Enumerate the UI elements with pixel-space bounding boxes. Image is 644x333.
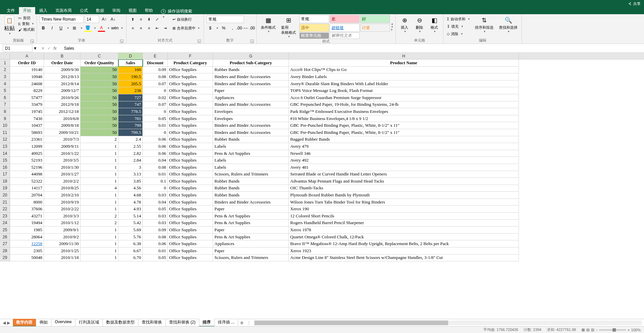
- cell[interactable]: 2010/3/3: [44, 213, 80, 220]
- fill-button[interactable]: ↧填充▼: [447, 23, 470, 30]
- cell[interactable]: Office Supplies: [168, 171, 213, 178]
- cell[interactable]: 4.93: [118, 206, 143, 213]
- cell[interactable]: 1: [80, 157, 118, 164]
- cell[interactable]: Paper: [213, 87, 289, 94]
- cell[interactable]: 1: [80, 178, 118, 185]
- style-normal[interactable]: 常规: [299, 15, 329, 23]
- cell[interactable]: 52196: [10, 164, 44, 171]
- cell[interactable]: 50: [80, 108, 118, 115]
- styles-more-icon[interactable]: ⊽: [391, 28, 393, 31]
- style-check[interactable]: 检查单元格: [299, 32, 329, 39]
- row-header-9[interactable]: 9: [0, 115, 10, 122]
- cell[interactable]: 0.05: [143, 206, 168, 213]
- cut-button[interactable]: ✂剪切: [18, 16, 34, 21]
- row-header-22[interactable]: 22: [0, 206, 10, 213]
- cell[interactable]: GBC Pre-Punched Binding Paper, Plastic, …: [289, 122, 519, 129]
- normal-view-icon[interactable]: ▦: [581, 328, 585, 332]
- decrease-indent-button[interactable]: ⇤: [154, 24, 161, 32]
- cell[interactable]: 2.4: [118, 136, 143, 143]
- cell[interactable]: 2012/12/18: [44, 108, 80, 115]
- cell[interactable]: 50: [80, 115, 118, 122]
- cell[interactable]: 2009/10/21: [44, 129, 80, 136]
- cell[interactable]: Office Supplies: [168, 150, 213, 157]
- header-cell[interactable]: Product Name: [289, 60, 519, 67]
- cell[interactable]: 0.1: [143, 178, 168, 185]
- zoom-level[interactable]: 100%: [631, 328, 641, 332]
- sheet-tab-2[interactable]: Overview: [51, 319, 75, 327]
- menu-tab-文件[interactable]: 文件: [3, 7, 19, 14]
- row-header-6[interactable]: 6: [0, 94, 10, 101]
- cell[interactable]: 2010/1/30: [44, 164, 80, 171]
- increase-decimal-button[interactable]: .00→: [237, 24, 245, 32]
- cell[interactable]: 12 Colored Short Pencils: [289, 213, 519, 220]
- cell[interactable]: GBC Prepunched Paper, 19-Hole, for Bindi…: [289, 101, 519, 109]
- cell[interactable]: 2: [80, 220, 118, 227]
- conditional-format-button[interactable]: ▦ 条件格式▼: [259, 15, 278, 34]
- style-bad[interactable]: 差: [330, 15, 360, 23]
- cell[interactable]: 0.03: [143, 220, 168, 227]
- row-header-19[interactable]: 19: [0, 185, 10, 192]
- row-header-11[interactable]: 11: [0, 129, 10, 136]
- decrease-decimal-button[interactable]: ←.00: [246, 24, 254, 32]
- col-header-E[interactable]: E: [143, 53, 168, 59]
- sheet-tab-5[interactable]: 查找和替换: [138, 319, 166, 327]
- cell[interactable]: 1: [80, 240, 118, 247]
- sheet-tab-3[interactable]: 行列及区域: [75, 319, 103, 327]
- cell[interactable]: 14117: [10, 185, 44, 192]
- cell[interactable]: 0.09: [143, 67, 168, 74]
- row-header-21[interactable]: 21: [0, 199, 10, 206]
- cell[interactable]: 2009/9/1: [44, 227, 80, 234]
- row-header-23[interactable]: 23: [0, 213, 10, 220]
- cell[interactable]: Paper: [213, 247, 289, 255]
- col-header-D[interactable]: D: [118, 53, 143, 59]
- cell[interactable]: 2012/8/14: [44, 80, 80, 88]
- style-explain[interactable]: 解释性文本: [330, 32, 360, 39]
- cell[interactable]: 6.67: [118, 247, 143, 255]
- cell[interactable]: Rubber Bands: [213, 192, 289, 199]
- row-header-16[interactable]: 16: [0, 164, 10, 171]
- align-center-button[interactable]: ≡: [137, 24, 145, 32]
- sheet-tab-7[interactable]: 排序: [199, 319, 214, 327]
- cell[interactable]: Advantus Map Pennant Flags and Round Hea…: [289, 178, 519, 185]
- cell[interactable]: 10437: [10, 122, 44, 129]
- cell[interactable]: Rogers Handheld Barrel Pencil Sharpener: [289, 220, 519, 227]
- cell[interactable]: 19140: [10, 67, 44, 74]
- menu-tab-数据[interactable]: 数据: [92, 7, 108, 14]
- header-cell[interactable]: Discount: [143, 60, 168, 67]
- cell[interactable]: Wilson Jones Turn Tabs Binder Tool for R…: [289, 199, 519, 206]
- cell[interactable]: Pens & Art Supplies: [213, 220, 289, 227]
- cell[interactable]: 0.02: [143, 94, 168, 101]
- sheet-tab-4[interactable]: 数据及数据类型: [103, 319, 138, 327]
- cell[interactable]: 44098: [10, 171, 44, 178]
- align-right-button[interactable]: ≡: [145, 24, 153, 32]
- cell[interactable]: Avery 492: [289, 157, 519, 164]
- cell[interactable]: Xerox 190: [289, 206, 519, 213]
- clear-button[interactable]: ◇清除▼: [447, 30, 470, 37]
- menu-tab-视图[interactable]: 视图: [124, 7, 141, 14]
- cell[interactable]: Office Supplies: [168, 185, 213, 192]
- cell[interactable]: 1: [80, 192, 118, 199]
- cell[interactable]: Binders and Binder Accessories: [213, 122, 289, 129]
- style-calc[interactable]: 计算: [360, 24, 390, 32]
- delete-cells-button[interactable]: ⊖删除▼: [413, 15, 426, 34]
- cell[interactable]: 2010/3/5: [44, 157, 80, 164]
- cell[interactable]: 12258: [10, 240, 44, 247]
- accounting-button[interactable]: $: [207, 24, 214, 32]
- cell[interactable]: Pens & Art Supplies: [213, 213, 289, 220]
- align-middle-button[interactable]: ≡: [137, 16, 145, 23]
- cell[interactable]: 6.38: [118, 240, 143, 247]
- cell[interactable]: Bagged Rubber Bands: [289, 136, 519, 143]
- row-header-14[interactable]: 14: [0, 150, 10, 157]
- styles-up-icon[interactable]: ▲: [391, 22, 393, 25]
- cell[interactable]: Avery 481: [289, 164, 519, 171]
- cell[interactable]: 2009/11/30: [44, 240, 80, 247]
- row-header-4[interactable]: 4: [0, 80, 10, 88]
- cell[interactable]: Office Supplies: [168, 67, 213, 74]
- cell[interactable]: TOPS Voice Message Log Book, Flash Forma…: [289, 87, 519, 94]
- font-launcher[interactable]: ↘: [120, 40, 123, 43]
- cell[interactable]: 0: [143, 185, 168, 192]
- cell[interactable]: 50: [80, 129, 118, 136]
- phonetic-button[interactable]: wén: [111, 24, 119, 32]
- cell[interactable]: Xerox 1978: [289, 227, 519, 234]
- cell[interactable]: Pens & Art Supplies: [213, 234, 289, 241]
